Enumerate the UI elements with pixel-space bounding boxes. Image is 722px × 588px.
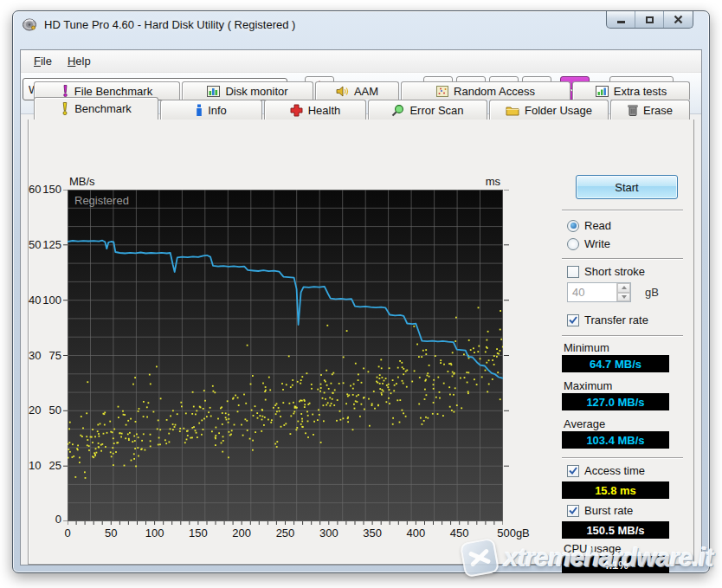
minimize-button[interactable]	[607, 11, 635, 28]
transfer-rate-row[interactable]: Transfer rate	[567, 313, 648, 326]
short-stroke-value: 40	[568, 283, 616, 301]
tab-label: Extra tests	[614, 85, 667, 98]
stepper-down-button[interactable]	[617, 293, 630, 302]
axis-tick-label: 10	[29, 459, 55, 472]
right-axis-ticks	[504, 190, 509, 521]
write-radio-row[interactable]: Write	[567, 237, 610, 250]
axis-tick-label: 20	[29, 404, 55, 417]
access-time-value-box: 15.8 ms	[562, 481, 669, 499]
axis-tick-label: 0	[29, 513, 61, 526]
access-time-checkbox[interactable]	[567, 465, 579, 477]
benchmark-panel: File Benchmark Disk monitor AAM	[28, 120, 694, 565]
short-stroke-size-input[interactable]: 40	[567, 282, 631, 302]
read-radio[interactable]	[567, 220, 579, 232]
maximum-value-box: 127.0 MB/s	[562, 393, 669, 410]
radio-dot	[571, 223, 577, 229]
axis-tick-label: 100	[138, 527, 172, 540]
axis-tick-label: 50	[93, 527, 128, 540]
screenshot-stage: HD Tune Pro 4.60 - Hard Disk Utility ( R…	[0, 0, 722, 588]
axis-tick-label: 150	[181, 527, 216, 540]
tab-aam[interactable]: AAM	[315, 81, 399, 100]
right-axis-unit: ms	[466, 175, 500, 188]
menu-help[interactable]: Help	[60, 51, 99, 71]
folder-icon	[506, 105, 519, 116]
tab-folder-usage[interactable]: Folder Usage	[489, 100, 609, 120]
tab-random-access[interactable]: Random Access	[401, 81, 571, 100]
axis-tick-label: 200	[224, 527, 259, 540]
close-button[interactable]	[664, 11, 693, 28]
stepper	[616, 283, 630, 301]
tab-label: Health	[308, 104, 341, 117]
tab-health[interactable]: Health	[264, 100, 366, 120]
separator	[562, 335, 683, 337]
axis-tick-label: 60	[29, 183, 55, 196]
transfer-rate-checkbox[interactable]	[567, 314, 579, 326]
down-arrow-icon	[622, 295, 627, 299]
maximize-icon	[646, 16, 654, 23]
axis-tick-label: 300	[312, 527, 346, 540]
magnifier-icon	[391, 104, 404, 117]
app-window: HD Tune Pro 4.60 - Hard Disk Utility ( R…	[12, 10, 710, 573]
tab-erase[interactable]: Erase	[610, 100, 690, 120]
health-cross-icon	[290, 104, 303, 117]
separator	[562, 457, 683, 459]
tab-label: Folder Usage	[525, 104, 592, 117]
window-controls	[606, 11, 693, 29]
up-arrow-icon	[622, 286, 627, 289]
start-button[interactable]: Start	[576, 175, 678, 199]
checkmark-icon	[569, 467, 577, 475]
stepper-up-button[interactable]	[617, 283, 630, 293]
access-time-row[interactable]: Access time	[567, 464, 645, 477]
write-label: Write	[584, 237, 610, 250]
short-stroke-checkbox[interactable]	[567, 266, 579, 278]
mini-chart-icon	[596, 86, 609, 97]
app-logo-icon	[23, 18, 37, 31]
read-label: Read	[584, 219, 611, 232]
access-time-label: Access time	[584, 464, 645, 477]
axis-tick-label: 400	[398, 527, 433, 540]
plot-area: Registered	[68, 190, 503, 521]
menu-file[interactable]: File	[26, 51, 60, 71]
tab-error-scan[interactable]: Error Scan	[368, 100, 487, 120]
axis-tick-label: 500gB	[491, 527, 536, 540]
burst-rate-checkbox[interactable]	[567, 505, 579, 517]
minimum-label: Minimum	[564, 341, 609, 354]
axis-tick-label: 450	[442, 527, 477, 540]
short-stroke-row[interactable]: Short stroke	[567, 265, 645, 278]
tab-label: Erase	[643, 104, 673, 117]
axis-tick-label: 40	[29, 294, 55, 307]
burst-rate-row[interactable]: Burst rate	[567, 504, 633, 517]
speaker-icon	[336, 86, 349, 97]
axis-tick-label: 250	[268, 527, 303, 540]
axis-tick-label: 50	[29, 238, 55, 251]
tab-extra-tests[interactable]: Extra tests	[572, 81, 690, 100]
short-stroke-unit: gB	[645, 286, 659, 299]
close-icon	[674, 15, 683, 24]
tab-label: File Benchmark	[74, 85, 152, 98]
transfer-rate-label: Transfer rate	[584, 313, 648, 326]
read-radio-row[interactable]: Read	[567, 219, 611, 232]
tab-benchmark-active[interactable]: Benchmark	[34, 97, 158, 120]
left-axis-unit: MB/s	[69, 175, 95, 188]
tab-label: Random Access	[454, 85, 535, 98]
short-stroke-label: Short stroke	[584, 265, 645, 278]
tab-label: AAM	[354, 85, 378, 98]
tab-info[interactable]: Info	[160, 100, 262, 120]
tab-label: Error Scan	[409, 104, 463, 117]
axis-tick-label: 0	[50, 527, 85, 540]
checkmark-icon	[569, 316, 577, 324]
watermark-text: xtremehardware.it	[504, 543, 712, 572]
watermark-x-logo-icon	[460, 538, 500, 578]
maximize-button[interactable]	[635, 11, 664, 28]
window-title: HD Tune Pro 4.60 - Hard Disk Utility ( R…	[44, 18, 295, 31]
minimum-value-box: 64.7 MB/s	[562, 355, 669, 372]
tab-disk-monitor[interactable]: Disk monitor	[182, 81, 313, 100]
scatter-dots-icon	[436, 86, 448, 97]
axis-tick-label: 350	[355, 527, 390, 540]
info-icon	[196, 104, 203, 116]
write-radio[interactable]	[567, 238, 579, 250]
title-bar[interactable]: HD Tune Pro 4.60 - Hard Disk Utility ( R…	[13, 11, 709, 37]
separator	[562, 210, 683, 211]
bar-chart-icon	[207, 86, 220, 97]
site-watermark: xtremehardware.it	[462, 540, 712, 575]
